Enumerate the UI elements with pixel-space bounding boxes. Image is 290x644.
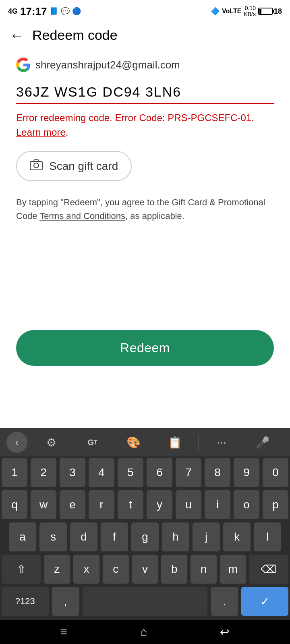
- kb-key-j[interactable]: j: [193, 522, 220, 551]
- battery-label: 18: [274, 7, 282, 16]
- kb-key-1[interactable]: 1: [2, 458, 27, 487]
- chrome-icon: 🔵: [72, 7, 81, 16]
- kb-settings-button[interactable]: ⚙: [31, 436, 72, 449]
- kb-key-h[interactable]: h: [162, 522, 189, 551]
- keyboard-rows: 1 2 3 4 5 6 7 8 9 0 q w e r t y u i o p …: [0, 456, 290, 616]
- status-bar: 4G 17:17 📘 💬 🔵 🔷 VoLTE 0.10KB/s 18: [0, 0, 290, 21]
- keyboard: ‹ ⚙ GT 🎨 📋 ··· 🎤 1 2 3 4 5 6 7 8 9 0 q w…: [0, 428, 290, 620]
- learn-more-link[interactable]: Learn more: [16, 127, 66, 138]
- account-email: shreyanshrajput24@gmail.com: [35, 59, 180, 71]
- kb-key-l[interactable]: l: [254, 522, 281, 551]
- svg-point-1: [34, 163, 39, 168]
- main-content: shreyanshrajput24@gmail.com Error redeem…: [0, 50, 290, 235]
- nav-bar: ≡ ⌂ ↩: [0, 620, 290, 644]
- error-message: Error redeeming code. Error Code: PRS-PG…: [16, 111, 274, 140]
- kb-translate-button[interactable]: GT: [72, 438, 113, 447]
- kb-key-o[interactable]: o: [234, 490, 259, 519]
- kb-palette-button[interactable]: 🎨: [113, 436, 154, 449]
- kb-symbols-key[interactable]: ?123: [2, 587, 49, 616]
- status-left: 4G 17:17 📘 💬 🔵: [8, 5, 81, 18]
- kb-key-m[interactable]: m: [220, 555, 246, 584]
- battery-container: 18: [258, 7, 282, 16]
- signal-icon: 4G: [8, 7, 18, 16]
- kb-more-button[interactable]: ···: [201, 436, 242, 449]
- kb-key-r[interactable]: r: [89, 490, 114, 519]
- kb-key-g[interactable]: g: [131, 522, 159, 551]
- kb-back-button[interactable]: ‹: [6, 432, 27, 453]
- kb-period-key[interactable]: .: [211, 587, 238, 616]
- kb-key-e[interactable]: e: [60, 490, 85, 519]
- google-logo: [16, 58, 31, 72]
- network-speed: 0.10KB/s: [244, 5, 256, 18]
- app-header: ← Redeem code: [0, 21, 290, 50]
- terms-after: , as applicable.: [125, 211, 184, 221]
- kb-key-w[interactable]: w: [31, 490, 56, 519]
- battery-fill: [259, 9, 261, 14]
- nav-back-button[interactable]: ↩: [220, 625, 229, 639]
- code-input-wrapper: [16, 82, 274, 104]
- redeem-button-container: Redeem: [16, 330, 274, 366]
- scan-gift-card-button[interactable]: Scan gift card: [16, 151, 132, 181]
- battery-icon: [258, 8, 273, 15]
- kb-key-z[interactable]: z: [44, 555, 70, 584]
- kb-key-x[interactable]: x: [73, 555, 99, 584]
- terms-text: By tapping "Redeem", you agree to the Gi…: [16, 196, 274, 223]
- kb-key-b[interactable]: b: [161, 555, 187, 584]
- kb-comma-key[interactable]: ,: [52, 587, 79, 616]
- status-time: 17:17: [20, 5, 47, 18]
- account-row: shreyanshrajput24@gmail.com: [16, 58, 274, 72]
- kb-key-2[interactable]: 2: [31, 458, 56, 487]
- kb-divider: [198, 434, 199, 450]
- kb-key-c[interactable]: c: [103, 555, 129, 584]
- svg-rect-2: [34, 160, 39, 162]
- redeem-button[interactable]: Redeem: [16, 330, 274, 366]
- kb-row-qwerty: q w e r t y u i o p: [2, 490, 288, 519]
- kb-row-zxcv: ⇧ z x c v b n m ⌫: [2, 555, 288, 584]
- bluetooth-icon: 🔷: [211, 7, 220, 16]
- camera-icon: [30, 159, 43, 173]
- kb-key-9[interactable]: 9: [234, 458, 259, 487]
- msg-icon: 💬: [61, 7, 70, 16]
- kb-key-u[interactable]: u: [176, 490, 201, 519]
- nav-home-button[interactable]: ⌂: [140, 625, 147, 638]
- kb-row-numbers: 1 2 3 4 5 6 7 8 9 0: [2, 458, 288, 487]
- kb-row-asdf: a s d f g h j k l: [2, 522, 288, 551]
- keyboard-toolbar: ‹ ⚙ GT 🎨 📋 ··· 🎤: [0, 428, 290, 456]
- fb-icon: 📘: [50, 7, 58, 16]
- kb-key-3[interactable]: 3: [60, 458, 85, 487]
- nav-menu-button[interactable]: ≡: [61, 625, 67, 638]
- kb-key-d[interactable]: d: [70, 522, 97, 551]
- kb-key-v[interactable]: v: [132, 555, 158, 584]
- kb-row-bottom: ?123 , . ✓: [2, 587, 288, 616]
- kb-key-4[interactable]: 4: [89, 458, 114, 487]
- kb-key-5[interactable]: 5: [118, 458, 143, 487]
- kb-key-i[interactable]: i: [205, 490, 230, 519]
- kb-key-8[interactable]: 8: [205, 458, 230, 487]
- kb-shift-key[interactable]: ⇧: [2, 555, 41, 584]
- status-right: 🔷 VoLTE 0.10KB/s 18: [211, 5, 282, 18]
- error-text: Error redeeming code. Error Code: PRS-PG…: [16, 112, 254, 123]
- kb-key-y[interactable]: y: [147, 490, 172, 519]
- kb-key-q[interactable]: q: [2, 490, 27, 519]
- kb-key-k[interactable]: k: [223, 522, 251, 551]
- kb-key-6[interactable]: 6: [147, 458, 172, 487]
- kb-done-key[interactable]: ✓: [241, 587, 288, 616]
- kb-key-0[interactable]: 0: [263, 458, 288, 487]
- kb-key-7[interactable]: 7: [176, 458, 201, 487]
- terms-link[interactable]: Terms and Conditions: [39, 211, 125, 221]
- kb-clipboard-button[interactable]: 📋: [154, 436, 195, 449]
- kb-key-n[interactable]: n: [191, 555, 217, 584]
- page-title: Redeem code: [32, 27, 118, 43]
- kb-key-t[interactable]: t: [118, 490, 143, 519]
- kb-space-key[interactable]: [83, 587, 208, 616]
- code-input[interactable]: [16, 82, 274, 104]
- scan-button-label: Scan gift card: [49, 160, 118, 173]
- kb-mic-button[interactable]: 🎤: [242, 436, 284, 449]
- back-button[interactable]: ←: [10, 28, 24, 43]
- kb-key-s[interactable]: s: [39, 522, 67, 551]
- volte-label: VoLTE: [222, 8, 241, 15]
- kb-key-p[interactable]: p: [263, 490, 288, 519]
- kb-key-f[interactable]: f: [101, 522, 128, 551]
- kb-backspace-key[interactable]: ⌫: [249, 555, 288, 584]
- kb-key-a[interactable]: a: [9, 522, 36, 551]
